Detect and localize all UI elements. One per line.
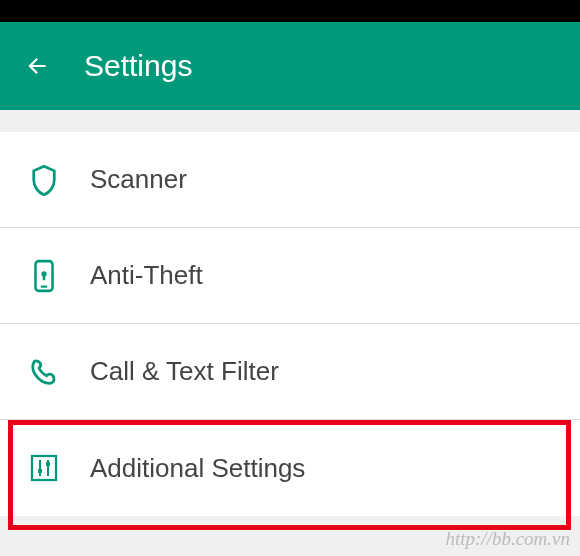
svg-rect-2 [41, 285, 47, 287]
list-item-label: Additional Settings [90, 453, 305, 484]
shield-icon [28, 164, 60, 196]
list-item-call-text-filter[interactable]: Call & Text Filter [0, 324, 580, 420]
watermark: http://bb.com.vn [445, 528, 570, 550]
list-item-additional-settings[interactable]: Additional Settings [0, 420, 580, 516]
phone-call-icon [28, 356, 60, 388]
list-item-label: Scanner [90, 164, 187, 195]
sliders-icon [28, 452, 60, 484]
svg-rect-5 [38, 469, 42, 473]
svg-point-1 [41, 271, 46, 276]
status-bar [0, 0, 580, 22]
settings-list: Scanner Anti-Theft Call & Text Filter [0, 132, 580, 516]
svg-rect-7 [46, 462, 50, 466]
phone-lock-icon [28, 260, 60, 292]
list-item-label: Anti-Theft [90, 260, 203, 291]
app-header: Settings [0, 22, 580, 110]
arrow-left-icon [24, 52, 50, 80]
spacer [0, 110, 580, 132]
list-item-scanner[interactable]: Scanner [0, 132, 580, 228]
page-title: Settings [84, 49, 192, 83]
list-item-anti-theft[interactable]: Anti-Theft [0, 228, 580, 324]
svg-rect-3 [32, 456, 56, 480]
back-button[interactable] [24, 53, 50, 79]
list-item-label: Call & Text Filter [90, 356, 279, 387]
